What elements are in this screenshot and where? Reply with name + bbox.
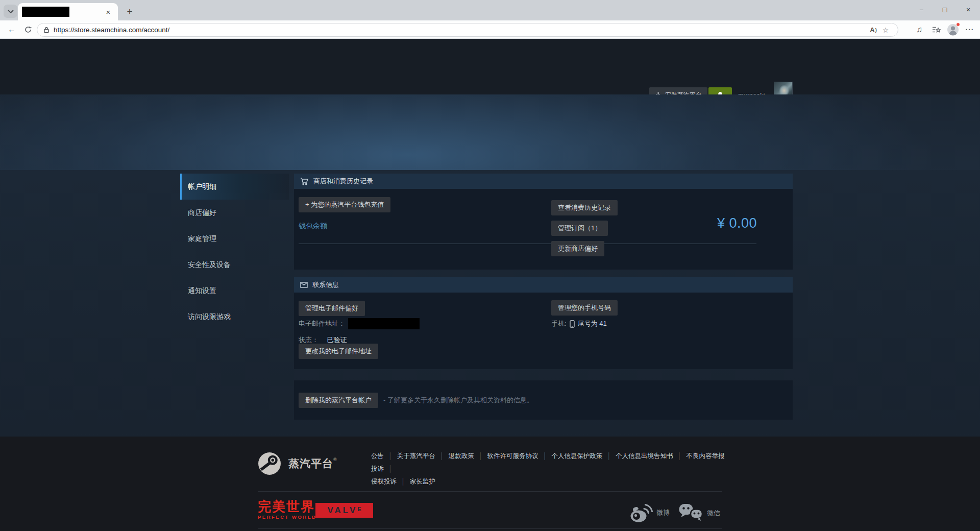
cart-icon bbox=[300, 178, 309, 185]
wechat-link[interactable]: 微信 bbox=[679, 503, 720, 522]
phone-value: 尾号为 41 bbox=[578, 319, 607, 328]
status-label: 状态： bbox=[299, 336, 318, 344]
wechat-icon bbox=[679, 503, 703, 522]
update-store-preferences-button[interactable]: 更新商店偏好 bbox=[551, 241, 604, 256]
browser-toolbar: ← https://store.steamchina.com/account/ … bbox=[0, 20, 980, 39]
footer-bottom-divider bbox=[258, 528, 722, 529]
sidebar-item-security-devices[interactable]: 安全性及设备 bbox=[180, 252, 289, 278]
status-value: 已验证 bbox=[327, 336, 347, 344]
address-bar[interactable]: https://store.steamchina.com/account/ A)… bbox=[37, 23, 898, 37]
email-address-label: 电子邮件地址： bbox=[299, 319, 345, 328]
footer-steam-logo[interactable]: 蒸汽平台® bbox=[258, 452, 337, 475]
footer-link-about[interactable]: 关于蒸汽平台 bbox=[397, 452, 435, 460]
contact-section-body: 管理电子邮件偏好 电子邮件地址： 状态： 已验证 更改我的电子邮件地址 管理您的… bbox=[294, 293, 793, 369]
envelope-icon bbox=[300, 282, 308, 288]
email-address-redacted bbox=[348, 318, 420, 329]
steam-logo-icon bbox=[258, 452, 281, 475]
footer-link-data-export-notice[interactable]: 个人信息出境告知书 bbox=[616, 452, 673, 460]
manage-phone-button[interactable]: 管理您的手机号码 bbox=[551, 300, 618, 316]
maximize-button[interactable]: □ bbox=[933, 0, 957, 19]
new-tab-button[interactable]: + bbox=[122, 5, 137, 18]
footer-link-privacy-policy[interactable]: 个人信息保护政策 bbox=[551, 452, 602, 460]
mobile-phone-icon bbox=[570, 320, 575, 328]
favorites-bar-icon bbox=[932, 26, 941, 33]
sidebar-item-notification-settings[interactable]: 通知设置 bbox=[180, 278, 289, 304]
page-footer: 蒸汽平台® 公告│关于蒸汽平台│退款政策│软件许可服务协议│个人信息保护政策│个… bbox=[0, 437, 980, 531]
wallet-balance-amount: ¥ 0.00 bbox=[717, 215, 757, 231]
wallet-divider bbox=[299, 244, 756, 244]
back-button[interactable]: ← bbox=[5, 23, 18, 36]
browser-essentials-icon[interactable]: ♫ bbox=[913, 23, 925, 36]
store-section-header: 商店和消费历史记录 bbox=[294, 174, 793, 189]
window-controls: − □ × bbox=[910, 0, 980, 19]
tab-search-button[interactable] bbox=[4, 5, 17, 18]
footer-link-refund-policy[interactable]: 退款政策 bbox=[449, 452, 474, 460]
perfect-world-cn-text: 完美世界 bbox=[258, 500, 316, 513]
account-sidebar: 帐户明细 商店偏好 家庭管理 安全性及设备 通知设置 访问设限游戏 bbox=[180, 174, 289, 330]
footer-link-infringement[interactable]: 侵权投诉 bbox=[371, 478, 397, 485]
valve-logo-text: VALVE bbox=[327, 505, 361, 516]
delete-account-note: - 了解更多关于永久删除帐户及其相关资料的信息。 bbox=[383, 396, 533, 405]
steam-header: 蒸汽平台® 商店 MURASAKI 聊天 客服 安装蒸汽平台 murasaki▾ bbox=[0, 39, 980, 94]
sidebar-item-restricted-games[interactable]: 访问设限游戏 bbox=[180, 304, 289, 330]
footer-links: 公告│关于蒸汽平台│退款政策│软件许可服务协议│个人信息保护政策│个人信息出境告… bbox=[371, 450, 728, 488]
valve-logo[interactable]: VALVE bbox=[315, 503, 373, 518]
view-purchase-history-button[interactable]: 查看消费历史记录 bbox=[551, 200, 618, 215]
wallet-balance-link[interactable]: 钱包余额 bbox=[299, 222, 327, 231]
tab-close-icon[interactable]: × bbox=[103, 7, 113, 17]
browser-tab-strip: × + − □ × bbox=[0, 0, 980, 20]
change-email-button[interactable]: 更改我的电子邮件地址 bbox=[299, 344, 378, 359]
weibo-icon bbox=[629, 502, 653, 523]
manage-email-preferences-button[interactable]: 管理电子邮件偏好 bbox=[299, 301, 365, 316]
wechat-label: 微信 bbox=[707, 509, 720, 518]
chevron-down-icon bbox=[8, 10, 14, 13]
tab-title-redacted bbox=[22, 7, 69, 17]
add-funds-button[interactable]: + 为您的蒸汽平台钱包充值 bbox=[299, 197, 390, 212]
footer-links-row2: 侵权投诉│家长监护 bbox=[371, 475, 728, 488]
browser-tab[interactable]: × bbox=[18, 3, 118, 20]
footer-logo-text: 蒸汽平台® bbox=[288, 456, 337, 471]
manage-subscriptions-button[interactable]: 管理订阅（1） bbox=[551, 221, 608, 236]
read-aloud-icon[interactable]: A) bbox=[867, 24, 879, 36]
sidebar-item-family-management[interactable]: 家庭管理 bbox=[180, 226, 289, 252]
store-section-body: + 为您的蒸汽平台钱包充值 钱包余额 ¥ 0.00 查看消费历史记录 管理订阅（… bbox=[294, 189, 793, 270]
weibo-label: 微博 bbox=[656, 508, 670, 517]
sidebar-item-store-preferences[interactable]: 商店偏好 bbox=[180, 200, 289, 226]
notification-dot bbox=[956, 22, 960, 27]
footer-link-parental-guardianship[interactable]: 家长监护 bbox=[410, 478, 435, 485]
account-hero-banner: 主页 > 帐户 的帐户 bbox=[0, 94, 980, 170]
footer-link-license-agreement[interactable]: 软件许可服务协议 bbox=[487, 452, 538, 460]
phone-label: 手机: bbox=[551, 319, 567, 328]
browser-profile-button[interactable] bbox=[947, 23, 959, 36]
footer-link-announcements[interactable]: 公告 bbox=[371, 452, 384, 460]
favorite-star-icon[interactable]: ☆ bbox=[879, 24, 892, 36]
contact-section-header: 联系信息 bbox=[294, 277, 793, 293]
weibo-link[interactable]: 微博 bbox=[629, 502, 670, 523]
sidebar-item-account-details[interactable]: 帐户明细 bbox=[180, 174, 289, 200]
refresh-icon bbox=[24, 26, 32, 33]
minimize-button[interactable]: − bbox=[910, 0, 933, 19]
delete-section: 删除我的蒸汽平台帐户 - 了解更多关于永久删除帐户及其相关资料的信息。 bbox=[294, 380, 793, 420]
lock-icon bbox=[43, 27, 50, 33]
collections-icon[interactable] bbox=[930, 23, 942, 36]
footer-links-row1: 公告│关于蒸汽平台│退款政策│软件许可服务协议│个人信息保护政策│个人信息出境告… bbox=[371, 450, 728, 475]
refresh-button[interactable] bbox=[21, 23, 35, 36]
delete-account-button[interactable]: 删除我的蒸汽平台帐户 bbox=[299, 393, 378, 408]
url-text[interactable]: https://store.steamchina.com/account/ bbox=[54, 26, 867, 34]
settings-more-icon[interactable]: ··· bbox=[964, 23, 976, 36]
footer-divider bbox=[258, 491, 722, 492]
perfect-world-en-text: PERFECT WORLD bbox=[258, 514, 316, 520]
close-button[interactable]: × bbox=[957, 0, 980, 19]
perfect-world-logo[interactable]: 完美世界 PERFECT WORLD bbox=[258, 500, 316, 520]
